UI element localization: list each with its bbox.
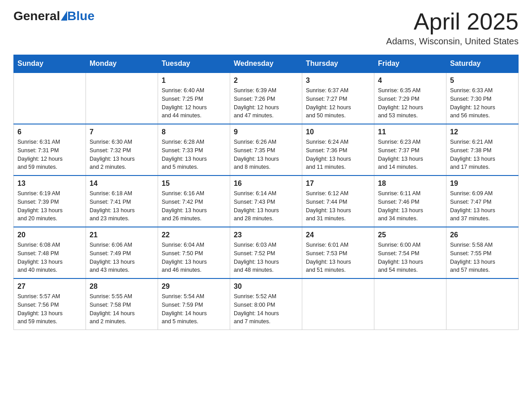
day-info: Sunrise: 5:52 AM Sunset: 8:00 PM Dayligh… [234, 292, 298, 326]
day-info: Sunrise: 6:00 AM Sunset: 7:54 PM Dayligh… [378, 241, 442, 274]
calendar-week-row-2: 6Sunrise: 6:31 AM Sunset: 7:31 PM Daylig… [14, 124, 519, 176]
calendar-cell: 22Sunrise: 6:04 AM Sunset: 7:50 PM Dayli… [158, 227, 230, 278]
calendar-subtitle: Adams, Wisconsin, United States [386, 36, 519, 47]
calendar-header-friday: Friday [374, 55, 446, 73]
day-number: 5 [450, 77, 515, 85]
day-number: 21 [90, 231, 154, 239]
title-area: April 2025 Adams, Wisconsin, United Stat… [386, 9, 519, 47]
calendar-cell: 6Sunrise: 6:31 AM Sunset: 7:31 PM Daylig… [14, 124, 86, 176]
calendar-cell: 8Sunrise: 6:28 AM Sunset: 7:33 PM Daylig… [158, 124, 230, 176]
day-number: 28 [90, 283, 154, 291]
day-number: 11 [378, 128, 442, 136]
calendar-cell: 13Sunrise: 6:19 AM Sunset: 7:39 PM Dayli… [14, 176, 86, 227]
calendar-cell: 4Sunrise: 6:35 AM Sunset: 7:29 PM Daylig… [374, 73, 446, 124]
day-info: Sunrise: 6:23 AM Sunset: 7:37 PM Dayligh… [378, 138, 442, 171]
day-info: Sunrise: 5:58 AM Sunset: 7:55 PM Dayligh… [450, 241, 515, 274]
calendar-cell: 14Sunrise: 6:18 AM Sunset: 7:41 PM Dayli… [86, 176, 158, 227]
calendar-table: SundayMondayTuesdayWednesdayThursdayFrid… [13, 55, 519, 330]
day-info: Sunrise: 6:35 AM Sunset: 7:29 PM Dayligh… [378, 86, 442, 120]
calendar-header-saturday: Saturday [446, 55, 519, 73]
day-info: Sunrise: 6:16 AM Sunset: 7:42 PM Dayligh… [162, 189, 226, 223]
logo: General Blue [13, 9, 94, 23]
day-info: Sunrise: 5:54 AM Sunset: 7:59 PM Dayligh… [162, 292, 226, 326]
calendar-title: April 2025 [386, 9, 519, 34]
calendar-cell: 1Sunrise: 6:40 AM Sunset: 7:25 PM Daylig… [158, 73, 230, 124]
day-number: 20 [17, 231, 82, 239]
day-number: 27 [17, 283, 82, 291]
day-info: Sunrise: 6:19 AM Sunset: 7:39 PM Dayligh… [17, 189, 82, 223]
header: General Blue April 2025 Adams, Wisconsin… [13, 9, 519, 47]
day-number: 2 [234, 77, 298, 85]
calendar-week-row-4: 20Sunrise: 6:08 AM Sunset: 7:48 PM Dayli… [14, 227, 519, 278]
day-number: 7 [90, 128, 154, 136]
calendar-header-sunday: Sunday [14, 55, 86, 73]
logo-general-text: General [13, 9, 60, 23]
day-info: Sunrise: 6:09 AM Sunset: 7:47 PM Dayligh… [450, 189, 515, 223]
calendar-cell: 16Sunrise: 6:14 AM Sunset: 7:43 PM Dayli… [230, 176, 302, 227]
calendar-cell: 11Sunrise: 6:23 AM Sunset: 7:37 PM Dayli… [374, 124, 446, 176]
day-number: 9 [234, 128, 298, 136]
day-number: 1 [162, 77, 226, 85]
day-info: Sunrise: 6:03 AM Sunset: 7:52 PM Dayligh… [234, 241, 298, 274]
calendar-cell: 19Sunrise: 6:09 AM Sunset: 7:47 PM Dayli… [446, 176, 519, 227]
day-number: 30 [234, 283, 298, 291]
calendar-cell: 27Sunrise: 5:57 AM Sunset: 7:56 PM Dayli… [14, 278, 86, 330]
calendar-cell [86, 73, 158, 124]
logo-triangle-icon [61, 11, 67, 21]
day-info: Sunrise: 6:11 AM Sunset: 7:46 PM Dayligh… [378, 189, 442, 223]
day-info: Sunrise: 6:18 AM Sunset: 7:41 PM Dayligh… [90, 189, 154, 223]
calendar-cell: 2Sunrise: 6:39 AM Sunset: 7:26 PM Daylig… [230, 73, 302, 124]
day-info: Sunrise: 6:33 AM Sunset: 7:30 PM Dayligh… [450, 86, 515, 120]
day-number: 25 [378, 231, 442, 239]
calendar-cell: 9Sunrise: 6:26 AM Sunset: 7:35 PM Daylig… [230, 124, 302, 176]
day-number: 23 [234, 231, 298, 239]
calendar-cell: 25Sunrise: 6:00 AM Sunset: 7:54 PM Dayli… [374, 227, 446, 278]
day-info: Sunrise: 6:39 AM Sunset: 7:26 PM Dayligh… [234, 86, 298, 120]
calendar-cell [446, 278, 519, 330]
calendar-header-wednesday: Wednesday [230, 55, 302, 73]
day-info: Sunrise: 6:31 AM Sunset: 7:31 PM Dayligh… [17, 138, 82, 171]
day-number: 8 [162, 128, 226, 136]
day-info: Sunrise: 6:06 AM Sunset: 7:49 PM Dayligh… [90, 241, 154, 274]
day-info: Sunrise: 6:30 AM Sunset: 7:32 PM Dayligh… [90, 138, 154, 171]
day-number: 13 [17, 180, 82, 188]
day-number: 22 [162, 231, 226, 239]
calendar-cell: 30Sunrise: 5:52 AM Sunset: 8:00 PM Dayli… [230, 278, 302, 330]
day-info: Sunrise: 6:12 AM Sunset: 7:44 PM Dayligh… [306, 189, 370, 223]
calendar-cell: 21Sunrise: 6:06 AM Sunset: 7:49 PM Dayli… [86, 227, 158, 278]
calendar-cell [302, 278, 374, 330]
day-number: 16 [234, 180, 298, 188]
calendar-week-row-3: 13Sunrise: 6:19 AM Sunset: 7:39 PM Dayli… [14, 176, 519, 227]
calendar-cell: 5Sunrise: 6:33 AM Sunset: 7:30 PM Daylig… [446, 73, 519, 124]
calendar-header-thursday: Thursday [302, 55, 374, 73]
day-info: Sunrise: 6:26 AM Sunset: 7:35 PM Dayligh… [234, 138, 298, 171]
calendar-cell: 20Sunrise: 6:08 AM Sunset: 7:48 PM Dayli… [14, 227, 86, 278]
day-info: Sunrise: 6:01 AM Sunset: 7:53 PM Dayligh… [306, 241, 370, 274]
day-info: Sunrise: 6:08 AM Sunset: 7:48 PM Dayligh… [17, 241, 82, 274]
calendar-header-monday: Monday [86, 55, 158, 73]
calendar-cell: 18Sunrise: 6:11 AM Sunset: 7:46 PM Dayli… [374, 176, 446, 227]
day-info: Sunrise: 6:04 AM Sunset: 7:50 PM Dayligh… [162, 241, 226, 274]
calendar-cell: 3Sunrise: 6:37 AM Sunset: 7:27 PM Daylig… [302, 73, 374, 124]
calendar-header-row: SundayMondayTuesdayWednesdayThursdayFrid… [14, 55, 519, 73]
day-number: 10 [306, 128, 370, 136]
calendar-cell: 12Sunrise: 6:21 AM Sunset: 7:38 PM Dayli… [446, 124, 519, 176]
day-number: 18 [378, 180, 442, 188]
calendar-cell [14, 73, 86, 124]
day-info: Sunrise: 6:21 AM Sunset: 7:38 PM Dayligh… [450, 138, 515, 171]
day-number: 29 [162, 283, 226, 291]
calendar-cell: 7Sunrise: 6:30 AM Sunset: 7:32 PM Daylig… [86, 124, 158, 176]
day-number: 6 [17, 128, 82, 136]
day-info: Sunrise: 5:57 AM Sunset: 7:56 PM Dayligh… [17, 292, 82, 326]
calendar-cell: 23Sunrise: 6:03 AM Sunset: 7:52 PM Dayli… [230, 227, 302, 278]
calendar-cell: 10Sunrise: 6:24 AM Sunset: 7:36 PM Dayli… [302, 124, 374, 176]
day-info: Sunrise: 6:14 AM Sunset: 7:43 PM Dayligh… [234, 189, 298, 223]
calendar-cell: 26Sunrise: 5:58 AM Sunset: 7:55 PM Dayli… [446, 227, 519, 278]
day-info: Sunrise: 5:55 AM Sunset: 7:58 PM Dayligh… [90, 292, 154, 326]
calendar-cell: 17Sunrise: 6:12 AM Sunset: 7:44 PM Dayli… [302, 176, 374, 227]
calendar-cell: 29Sunrise: 5:54 AM Sunset: 7:59 PM Dayli… [158, 278, 230, 330]
day-info: Sunrise: 6:24 AM Sunset: 7:36 PM Dayligh… [306, 138, 370, 171]
calendar-cell: 15Sunrise: 6:16 AM Sunset: 7:42 PM Dayli… [158, 176, 230, 227]
day-number: 12 [450, 128, 515, 136]
day-number: 14 [90, 180, 154, 188]
